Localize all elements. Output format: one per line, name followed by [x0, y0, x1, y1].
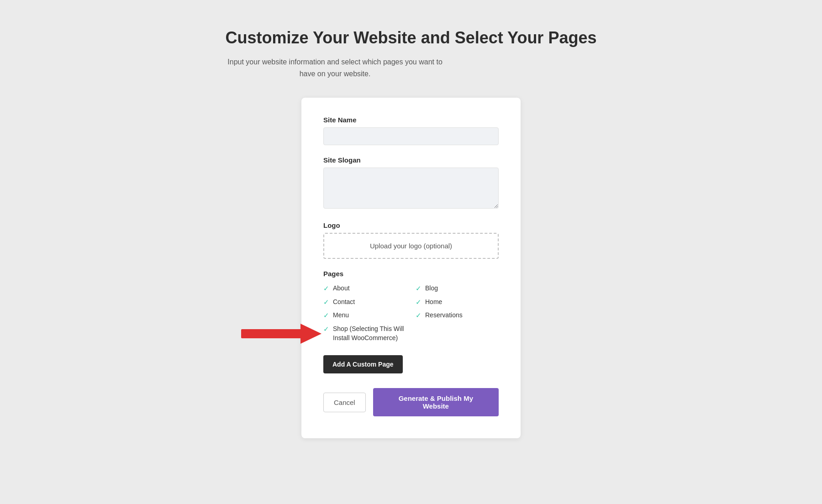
- logo-field: Logo Upload your logo (optional): [323, 221, 499, 259]
- pages-grid: ✓ About ✓ Blog ✓ Contact ✓ Home ✓ Menu: [323, 284, 499, 342]
- cancel-button[interactable]: Cancel: [323, 393, 366, 412]
- page-item-contact[interactable]: ✓ Contact: [323, 298, 406, 307]
- red-arrow: [241, 324, 321, 344]
- check-icon-about: ✓: [323, 284, 329, 293]
- logo-upload-text: Upload your logo (optional): [370, 242, 452, 250]
- page-label-menu: Menu: [333, 311, 349, 320]
- check-icon-menu: ✓: [323, 311, 329, 320]
- page-subtitle: Input your website information and selec…: [226, 56, 445, 79]
- publish-button[interactable]: Generate & Publish My Website: [373, 388, 499, 416]
- page-item-home[interactable]: ✓ Home: [416, 298, 499, 307]
- logo-label: Logo: [323, 221, 499, 229]
- site-slogan-label: Site Slogan: [323, 156, 499, 164]
- page-item-menu[interactable]: ✓ Menu: [323, 311, 406, 320]
- site-slogan-input[interactable]: [323, 168, 499, 209]
- page-label-shop: Shop (Selecting This Will Install WooCom…: [333, 325, 406, 342]
- page-label-reservations: Reservations: [425, 311, 463, 320]
- check-icon-home: ✓: [416, 298, 422, 306]
- form-card: Site Name Site Slogan Logo Upload your l…: [301, 98, 521, 438]
- page-item-shop[interactable]: ✓ Shop (Selecting This Will Install WooC…: [323, 325, 406, 342]
- site-name-label: Site Name: [323, 116, 499, 124]
- page-item-reservations[interactable]: ✓ Reservations: [416, 311, 499, 320]
- site-slogan-field: Site Slogan: [323, 156, 499, 210]
- add-custom-page-button[interactable]: Add A Custom Page: [323, 355, 403, 373]
- site-name-field: Site Name: [323, 116, 499, 145]
- page-label-about: About: [333, 284, 350, 293]
- check-icon-blog: ✓: [416, 284, 422, 293]
- page-label-home: Home: [425, 298, 442, 307]
- page-title: Customize Your Website and Select Your P…: [226, 27, 597, 48]
- page-label-contact: Contact: [333, 298, 355, 307]
- check-icon-contact: ✓: [323, 298, 329, 306]
- site-name-input[interactable]: [323, 127, 499, 145]
- pages-section: Pages ✓ About ✓ Blog ✓ Contact ✓ Home: [323, 270, 499, 342]
- check-icon-shop: ✓: [323, 325, 329, 333]
- logo-upload-area[interactable]: Upload your logo (optional): [323, 233, 499, 259]
- pages-label: Pages: [323, 270, 499, 278]
- form-actions: Cancel Generate & Publish My Website: [323, 388, 499, 416]
- page-item-about[interactable]: ✓ About: [323, 284, 406, 293]
- shop-row-empty: [416, 325, 499, 342]
- page-item-blog[interactable]: ✓ Blog: [416, 284, 499, 293]
- page-label-blog: Blog: [425, 284, 438, 293]
- check-icon-reservations: ✓: [416, 311, 422, 320]
